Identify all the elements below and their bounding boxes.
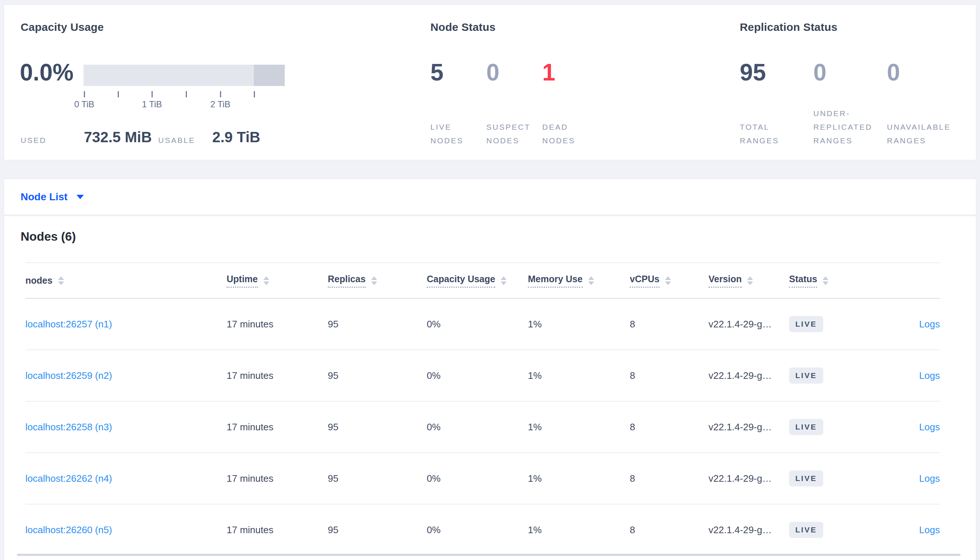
stat-unavailable-ranges: 0UNAVAILABLE RANGES	[887, 59, 960, 147]
sort-icon	[588, 276, 594, 285]
node-link[interactable]: localhost:26257 (n1)	[25, 318, 112, 330]
column-label-memory: Memory Use	[528, 274, 583, 288]
logs-link[interactable]: Logs	[919, 473, 940, 484]
nodes-count-title: Nodes (6)	[21, 229, 76, 244]
sort-icon	[371, 276, 377, 285]
table-body: localhost:26257 (n1)17 minutes950%1%8v22…	[25, 299, 940, 556]
logs-link[interactable]: Logs	[919, 318, 940, 330]
replicas-cell: 95	[328, 524, 427, 536]
capacity-usage-cell: 0%	[427, 473, 528, 484]
stat-dead-nodes: 1DEAD NODES	[542, 59, 598, 147]
status-badge: LIVE	[789, 367, 823, 383]
column-header-version[interactable]: Version	[709, 274, 789, 288]
view-selector-bar: Node List	[4, 178, 976, 215]
vcpus-cell: 8	[630, 473, 709, 484]
version-cell: v22.1.4-29-g…	[709, 422, 789, 433]
capacity-bar-usable	[84, 65, 254, 86]
column-label-status: Status	[789, 274, 817, 288]
column-header-replicas[interactable]: Replicas	[328, 274, 427, 288]
column-label-replicas: Replicas	[328, 274, 366, 288]
stat-total-ranges: 95TOTAL RANGES	[740, 59, 813, 147]
usable-value: 2.9 TiB	[212, 129, 260, 145]
stat-under-replicated-ranges: 0UNDER- REPLICATED RANGES	[813, 59, 887, 147]
sort-icon	[501, 276, 507, 285]
column-header-nodes[interactable]: nodes	[25, 275, 227, 286]
version-cell: v22.1.4-29-g…	[709, 370, 789, 382]
capacity-usage-meter: 0 TiB 1 TiB 2 TiB	[84, 65, 285, 112]
sort-icon	[263, 276, 269, 285]
axis-tick-label: 1 TiB	[142, 99, 162, 110]
logs-link[interactable]: Logs	[919, 524, 940, 535]
version-cell: v22.1.4-29-g…	[709, 318, 789, 330]
column-header-memory[interactable]: Memory Use	[528, 274, 630, 288]
sort-icon	[747, 276, 753, 285]
stat-label-suspect-nodes: SUSPECT NODES	[486, 120, 530, 147]
stat-live-nodes: 5LIVE NODES	[430, 59, 486, 147]
version-cell: v22.1.4-29-g…	[709, 524, 789, 536]
stat-value-total-ranges: 95	[740, 59, 766, 86]
capacity-bar	[84, 65, 285, 86]
node-list-dropdown-label: Node List	[21, 191, 68, 203]
node-list-dropdown[interactable]: Node List	[21, 191, 84, 203]
column-header-capacity[interactable]: Capacity Usage	[427, 274, 528, 288]
memory-use-cell: 1%	[528, 422, 630, 433]
version-cell: v22.1.4-29-g…	[709, 473, 789, 484]
stat-value-suspect-nodes: 0	[486, 59, 500, 86]
usable-label: USABLE	[158, 136, 195, 145]
sort-icon	[58, 276, 64, 285]
node-link[interactable]: localhost:26262 (n4)	[25, 473, 112, 484]
stat-label-total-ranges: TOTAL RANGES	[740, 120, 779, 147]
stat-label-live-nodes: LIVE NODES	[430, 120, 463, 147]
logs-link[interactable]: Logs	[919, 422, 940, 432]
used-label: USED	[21, 136, 46, 145]
horizontal-scrollbar[interactable]	[17, 554, 960, 556]
used-value: 732.5 MiB	[84, 129, 152, 145]
node-status-title: Node Status	[430, 21, 495, 33]
sort-icon	[665, 276, 671, 285]
stat-value-under-replicated-ranges: 0	[813, 59, 826, 86]
uptime-cell: 17 minutes	[227, 473, 328, 484]
column-label-vcpus: vCPUs	[630, 274, 660, 288]
cluster-summary-card: Capacity Usage 0.0% 0 TiB 1 TiB 2 TiB US…	[4, 4, 976, 160]
table-header-row: nodesUptimeReplicasCapacity UsageMemory …	[25, 262, 940, 299]
replicas-cell: 95	[328, 422, 427, 433]
column-header-uptime[interactable]: Uptime	[227, 274, 328, 288]
capacity-bar-other	[254, 65, 285, 86]
axis-tick	[220, 91, 221, 97]
capacity-usage-cell: 0%	[427, 422, 528, 433]
vcpus-cell: 8	[630, 370, 709, 382]
node-link[interactable]: localhost:26258 (n3)	[25, 422, 112, 432]
replicas-cell: 95	[328, 370, 427, 382]
node-link[interactable]: localhost:26259 (n2)	[25, 370, 112, 381]
column-label-nodes: nodes	[25, 275, 53, 286]
logs-link[interactable]: Logs	[919, 370, 940, 381]
stat-label-under-replicated-ranges: UNDER- REPLICATED RANGES	[813, 107, 872, 147]
replicas-cell: 95	[328, 318, 427, 330]
column-label-version: Version	[709, 274, 742, 288]
table-row: localhost:26257 (n1)17 minutes950%1%8v22…	[25, 299, 940, 350]
memory-use-cell: 1%	[528, 370, 630, 382]
capacity-percent: 0.0%	[20, 58, 74, 87]
memory-use-cell: 1%	[528, 318, 630, 330]
memory-use-cell: 1%	[528, 473, 630, 484]
column-header-status[interactable]: Status	[789, 274, 883, 288]
column-label-capacity: Capacity Usage	[427, 274, 495, 288]
stat-suspect-nodes: 0SUSPECT NODES	[486, 59, 542, 147]
axis-tick	[118, 91, 119, 97]
column-header-vcpus[interactable]: vCPUs	[630, 274, 709, 288]
node-link[interactable]: localhost:26260 (n5)	[25, 524, 112, 535]
axis-tick	[84, 91, 85, 97]
vcpus-cell: 8	[630, 422, 709, 433]
memory-use-cell: 1%	[528, 524, 630, 536]
replication-status-title: Replication Status	[740, 21, 837, 33]
replication-status-stats: 95TOTAL RANGES0UNDER- REPLICATED RANGES0…	[740, 59, 960, 147]
status-badge: LIVE	[789, 470, 823, 487]
status-badge: LIVE	[789, 522, 823, 538]
chevron-down-icon	[77, 195, 84, 199]
nodes-table: nodesUptimeReplicasCapacity UsageMemory …	[25, 262, 940, 556]
vcpus-cell: 8	[630, 524, 709, 536]
nodes-card: Nodes (6) nodesUptimeReplicasCapacity Us…	[4, 216, 976, 560]
stat-label-unavailable-ranges: UNAVAILABLE RANGES	[887, 120, 951, 147]
uptime-cell: 17 minutes	[227, 524, 328, 536]
capacity-usage-title: Capacity Usage	[21, 21, 104, 33]
